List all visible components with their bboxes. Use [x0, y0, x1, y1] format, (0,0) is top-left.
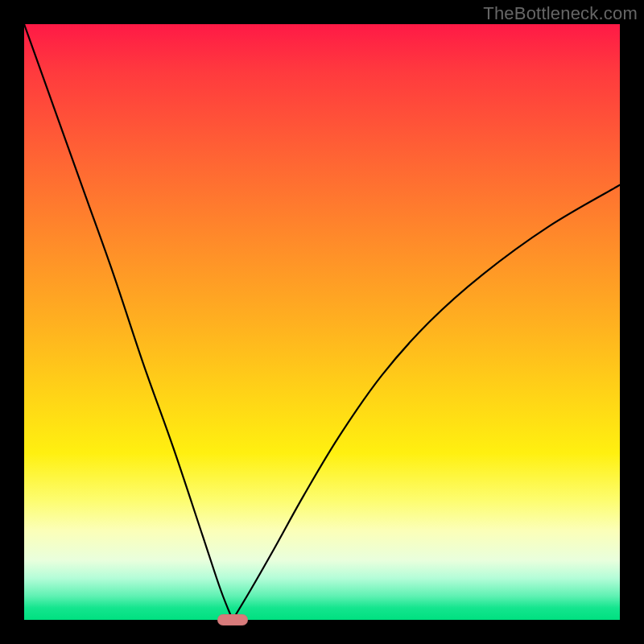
optimal-point-marker: [217, 614, 248, 625]
watermark-text: TheBottleneck.com: [483, 3, 638, 24]
plot-background: [24, 24, 620, 620]
chart-frame: TheBottleneck.com: [0, 0, 644, 644]
